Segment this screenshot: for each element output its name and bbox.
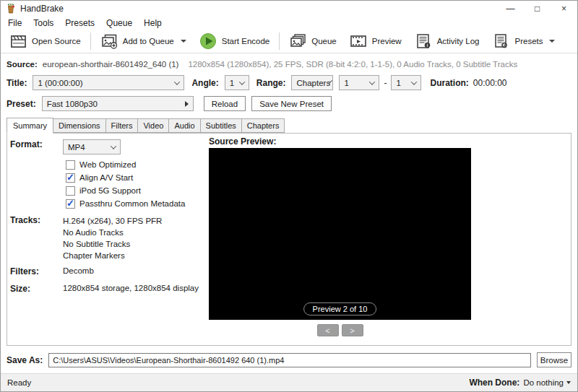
ipod-5g-checkbox[interactable] (66, 186, 75, 196)
add-to-queue-icon (100, 33, 118, 49)
range-end-select[interactable]: 1 (391, 75, 421, 90)
track-line-video: H.264 (x264), 30 FPS PFR (63, 215, 162, 227)
menubar: File Tools Presets Queue Help (1, 16, 577, 30)
chevron-down-icon (239, 79, 245, 84)
preset-select-value: Fast 1080p30 (47, 100, 98, 108)
when-done-control[interactable]: When Done: Do nothing (469, 378, 571, 388)
tab-strip: Summary Dimensions Filters Video Audio S… (7, 119, 571, 133)
open-source-button[interactable]: Open Source (4, 32, 87, 51)
web-optimized-option[interactable]: Web Optimized (66, 158, 207, 171)
title-select[interactable]: 1 (00:00:00) (33, 75, 184, 90)
reload-button[interactable]: Reload (204, 96, 246, 111)
preset-row: Preset: Fast 1080p30 Reload Save New Pre… (7, 96, 577, 111)
format-select[interactable]: MP4 (63, 139, 121, 154)
passthru-metadata-label: Passthru Common Metadata (79, 199, 185, 208)
save-as-row: Save As: Browse (7, 352, 571, 367)
add-to-queue-button[interactable]: Add to Queue (94, 31, 193, 51)
align-av-start-label: Align A/V Start (79, 173, 133, 182)
tab-video[interactable]: Video (138, 118, 169, 133)
start-encode-button[interactable]: Start Encode (193, 30, 276, 52)
range-separator: - (384, 78, 387, 88)
when-done-dropdown[interactable]: Do nothing (523, 378, 571, 387)
minimize-button[interactable]: — (497, 1, 524, 16)
chevron-down-icon (411, 79, 417, 84)
status-text: Ready (7, 378, 31, 387)
activity-log-button[interactable]: Activity Log (408, 31, 486, 51)
tab-summary[interactable]: Summary (7, 118, 53, 134)
duration-value: 00:00:00 (473, 78, 507, 88)
window-title: HandBrake (20, 4, 64, 14)
handbrake-logo-icon (6, 4, 16, 14)
activity-log-label: Activity Log (437, 37, 480, 45)
menu-queue[interactable]: Queue (100, 17, 138, 30)
chevron-down-icon (566, 381, 571, 384)
angle-select[interactable]: 1 (225, 75, 249, 90)
preview-counter-badge: Preview 2 of 10 (303, 302, 377, 315)
range-start-value: 1 (344, 79, 348, 87)
chevron-down-icon (549, 40, 555, 43)
track-line-chapters: Chapter Markers (63, 250, 162, 261)
tab-audio[interactable]: Audio (169, 118, 200, 133)
range-end-value: 1 (396, 79, 400, 87)
open-source-label: Open Source (32, 37, 81, 45)
preview-navigation: < > (209, 324, 471, 336)
summary-tab-page: Format: MP4 Web Optimized Align A/V Star… (7, 133, 571, 346)
tracks-value: H.264 (x264), 30 FPS PFR No Audio Tracks… (63, 215, 162, 261)
filters-label: Filters: (10, 266, 63, 276)
format-row: Format: MP4 (10, 139, 207, 154)
title-select-value: 1 (00:00:00) (38, 79, 82, 87)
passthru-metadata-checkbox[interactable] (66, 199, 75, 209)
menu-help[interactable]: Help (138, 17, 168, 30)
when-done-label: When Done: (469, 378, 519, 388)
maximize-button[interactable]: □ (524, 1, 551, 16)
close-button[interactable]: × (551, 1, 577, 16)
presets-button[interactable]: Presets (486, 31, 561, 51)
queue-button[interactable]: Queue (282, 31, 343, 51)
web-optimized-checkbox[interactable] (66, 160, 75, 170)
titlebar: HandBrake — □ × (1, 1, 577, 16)
filters-row: Filters: Decomb (10, 266, 207, 276)
source-label: Source: (7, 60, 38, 69)
align-av-start-checkbox[interactable] (66, 173, 75, 183)
size-label: Size: (10, 284, 63, 294)
passthru-metadata-option[interactable]: Passthru Common Metadata (66, 197, 207, 210)
handbrake-window: HandBrake — □ × File Tools Presets Queue… (0, 0, 578, 392)
menu-file[interactable]: File (2, 17, 27, 30)
film-preview-icon (350, 33, 367, 49)
ipod-5g-option[interactable]: iPod 5G Support (66, 184, 207, 197)
source-filename: european-shorthair-8601492_640 (1) (43, 60, 179, 69)
tab-control: Summary Dimensions Filters Video Audio S… (7, 119, 571, 346)
align-av-start-option[interactable]: Align A/V Start (66, 171, 207, 184)
source-info-row: Source: european-shorthair-8601492_640 (… (7, 60, 577, 69)
save-new-preset-button[interactable]: Save New Preset (251, 96, 332, 111)
tab-chapters[interactable]: Chapters (242, 118, 285, 133)
tracks-label: Tracks: (10, 215, 63, 261)
source-preview-image: Preview 2 of 10 (209, 148, 471, 320)
tab-dimensions[interactable]: Dimensions (53, 118, 105, 133)
save-as-input[interactable] (48, 353, 531, 367)
tab-filters[interactable]: Filters (106, 118, 139, 133)
preview-button[interactable]: Preview (343, 31, 408, 51)
previous-preview-button[interactable]: < (317, 324, 339, 336)
title-row: Title: 1 (00:00:00) Angle: 1 Range: Chap… (7, 75, 577, 90)
clapperboard-icon (10, 34, 27, 49)
arrow-right-icon (185, 101, 189, 107)
range-start-select[interactable]: 1 (339, 75, 379, 90)
activity-log-icon (415, 33, 432, 49)
title-label: Title: (7, 78, 27, 88)
menu-presets[interactable]: Presets (59, 17, 100, 30)
range-label: Range: (256, 78, 286, 88)
browse-button[interactable]: Browse (537, 352, 571, 367)
chevron-down-icon (181, 40, 186, 43)
toolbar-separator (90, 32, 91, 50)
summary-left-column: Format: MP4 Web Optimized Align A/V Star… (10, 139, 207, 294)
range-type-select[interactable]: Chapters (291, 75, 333, 90)
format-select-value: MP4 (68, 143, 85, 152)
preset-select[interactable]: Fast 1080p30 (42, 96, 194, 111)
tab-subtitles[interactable]: Subtitles (201, 118, 242, 133)
menu-tools[interactable]: Tools (27, 17, 59, 30)
chevron-down-icon (174, 79, 180, 84)
next-preview-button[interactable]: > (342, 324, 363, 336)
source-details: 1280x854 (1280x854), 25 FPS, SDR (8-bit … (188, 60, 517, 69)
presets-label: Presets (514, 37, 543, 45)
